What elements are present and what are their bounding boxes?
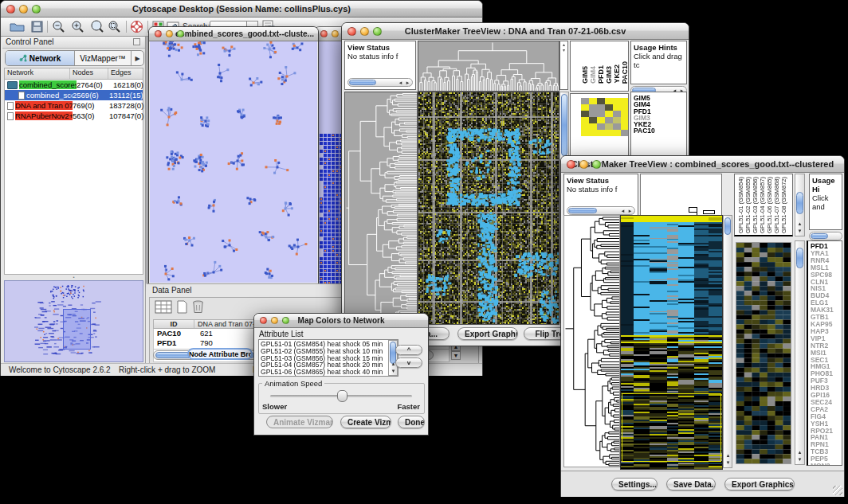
tab-vizmapper[interactable]: VizMapper™ [75, 51, 132, 65]
treeview1-column-labels[interactable]: GIM5GIM4PFD1GIM3YKE2PAC10 [570, 41, 629, 92]
scroll-thumb[interactable] [811, 233, 828, 239]
treeview2-heatmap[interactable] [620, 215, 723, 470]
move-up-button[interactable]: ^ [395, 345, 422, 355]
experiment-column-label[interactable]: GPL51-01 (GSM854) [737, 177, 744, 233]
dialog-titlebar[interactable]: Map Colors to Network [254, 314, 428, 328]
scroll-thumb[interactable] [568, 208, 597, 213]
zoom-window-icon[interactable] [177, 30, 184, 37]
treeview1-column-dendrogram[interactable] [418, 41, 559, 92]
col-edges[interactable]: Edges [108, 68, 143, 79]
matrix-column-label[interactable]: PFD1 [597, 65, 605, 84]
scroll-down-icon[interactable]: ▾ [390, 367, 397, 375]
zoom-window-icon[interactable] [373, 27, 382, 36]
resize-grip[interactable] [833, 486, 842, 495]
treeview2-column-dendrogram[interactable] [640, 174, 722, 220]
scroll-right-icon[interactable]: ▸ [626, 207, 634, 215]
experiment-column-label[interactable]: GPL51-08 (GSM872) [780, 177, 787, 233]
delete-trash-icon[interactable] [192, 299, 204, 314]
speed-slider-thumb[interactable] [337, 390, 347, 402]
dialog-button-1[interactable]: Create Vizmap [340, 416, 391, 428]
network-tree-row[interactable]: RNAPuberNov2+563(0)107847(0) [5, 111, 143, 121]
close-icon[interactable] [347, 27, 356, 36]
experiment-column-label[interactable]: GPL51-04 (GSM857) [759, 177, 766, 233]
treeview2-row-dendrogram[interactable] [563, 215, 620, 467]
col-id[interactable]: ID [154, 320, 194, 328]
help-lifering-icon[interactable] [130, 20, 143, 33]
network1-canvas[interactable] [150, 41, 317, 283]
matrix-row-label[interactable]: PAC10 [634, 127, 686, 134]
tab-network[interactable]: Network [6, 51, 75, 65]
zoom-window-icon[interactable] [592, 160, 601, 169]
network-overview-canvas[interactable] [6, 282, 142, 361]
experiment-column-label[interactable]: GPL51-02 (GSM855) [744, 177, 752, 233]
zoom-window-icon[interactable] [32, 5, 41, 14]
scroll-thumb[interactable] [796, 248, 803, 268]
col-nodes[interactable]: Nodes [70, 68, 108, 79]
treeview2-gene-list[interactable]: PFD1YRA1RNR4MSL1SPC98CLN1NIS1BUD4ELG1MAK… [807, 240, 842, 466]
main-titlebar[interactable]: Cytoscape Desktop (Session Name: collins… [1, 1, 482, 18]
treeview1-row-dendrogram[interactable] [344, 92, 418, 325]
treeview2-button-1[interactable]: Save Data... [666, 478, 716, 490]
scroll-thumb[interactable] [724, 217, 731, 235]
zoom-in-icon[interactable] [71, 20, 85, 33]
close-icon[interactable] [6, 5, 15, 14]
zoom-selected-icon[interactable] [108, 20, 122, 33]
node-attribute-browser-button[interactable]: Node Attribute Brows [187, 348, 253, 360]
view-status-scrollbar[interactable]: ◂ ▸ [347, 78, 413, 87]
treeview1-heatmap[interactable] [418, 92, 559, 325]
network-tree-row[interactable]: combined_sco2569(6)13112(15) [5, 90, 143, 100]
scroll-down-icon[interactable]: ▾ [796, 227, 803, 235]
minimize-icon[interactable] [360, 27, 369, 36]
network-tree-row[interactable]: DNA and Tran 07769(0)183728(0) [5, 100, 143, 111]
treeview2-collabel-scrollbar[interactable]: ▴ ▾ [795, 174, 805, 236]
attribute-table-icon[interactable] [155, 300, 172, 314]
minimize-icon[interactable] [271, 317, 278, 324]
minimize-icon[interactable] [19, 5, 28, 14]
experiment-column-label[interactable]: GPL51-07 (GSM868) [773, 177, 780, 233]
treeview2-button-0[interactable]: Settings... [611, 478, 658, 490]
treeview2-titlebar[interactable]: ClusterMaker TreeView : combined_scores_… [561, 156, 844, 173]
network-overview-panel[interactable] [4, 280, 143, 362]
network-tree-row[interactable]: combined_scores2764(0)16218(0) [5, 80, 143, 90]
minimize-icon[interactable] [166, 30, 173, 37]
treeview1-tree-spinner[interactable]: ▴▾ [559, 41, 568, 90]
save-icon[interactable] [31, 21, 43, 33]
attribute-item[interactable]: GPL51-07 (GSM868) heat shock 60 min [261, 376, 387, 377]
zoom-out-icon[interactable] [52, 20, 66, 33]
float-panel-icon[interactable] [133, 38, 140, 45]
gene-label[interactable]: MON2 [811, 463, 842, 466]
dialog-button-2[interactable]: Done [398, 416, 425, 428]
move-down-button[interactable]: v [395, 357, 422, 368]
close-icon[interactable] [567, 160, 575, 169]
treeview2-button-2[interactable]: Export Graphics... [724, 478, 795, 490]
scroll-down-icon[interactable]: ▾ [724, 459, 732, 467]
zoom-window-icon[interactable] [282, 317, 289, 324]
panel-splitter[interactable]: • [4, 275, 143, 279]
tab-overflow-chevron-icon[interactable]: ▶ [132, 51, 143, 65]
open-file-icon[interactable] [10, 21, 25, 33]
close-icon[interactable] [260, 317, 267, 324]
network1-titlebar[interactable]: combined_scores_good.txt--cluste... [149, 27, 318, 41]
attribute-listbox[interactable]: GPL51-01 (GSM854) heat shock 05 minGPL51… [258, 339, 398, 377]
experiment-column-label[interactable]: GPL51-06 (GSM865) [766, 177, 773, 233]
matrix-column-label[interactable]: YKE2 [613, 64, 621, 84]
treeview2-column-labels[interactable]: GPL51-01 (GSM854)GPL51-02 (GSM855)GPL51-… [734, 174, 793, 236]
view-status-scrollbar[interactable]: ◂ ▸ [567, 206, 635, 215]
col-network[interactable]: Network [5, 68, 70, 79]
scroll-thumb[interactable] [349, 80, 376, 85]
scroll-thumb[interactable] [561, 94, 567, 156]
treeview2-heatmap-scrollbar[interactable]: ▴ ▾ [723, 215, 732, 468]
scroll-thumb[interactable] [796, 192, 803, 214]
scroll-left-icon[interactable]: ◂ [619, 207, 626, 215]
network2-canvas[interactable] [319, 132, 343, 288]
matrix-column-label[interactable]: PAC10 [621, 61, 629, 84]
matrix-column-label[interactable]: GIM3 [605, 66, 613, 84]
treeview1-yellow-matrix[interactable] [581, 98, 629, 136]
matrix-column-label[interactable]: GIM5 [581, 66, 589, 84]
new-attribute-icon[interactable] [176, 300, 188, 314]
scroll-down-icon[interactable]: ▼ [451, 351, 461, 360]
minimize-icon[interactable] [579, 160, 588, 169]
experiment-column-label[interactable]: GPL51-03 (GSM856) [752, 177, 759, 233]
close-icon[interactable] [155, 30, 162, 37]
treeview2-zoom-heatmap[interactable] [736, 242, 791, 464]
